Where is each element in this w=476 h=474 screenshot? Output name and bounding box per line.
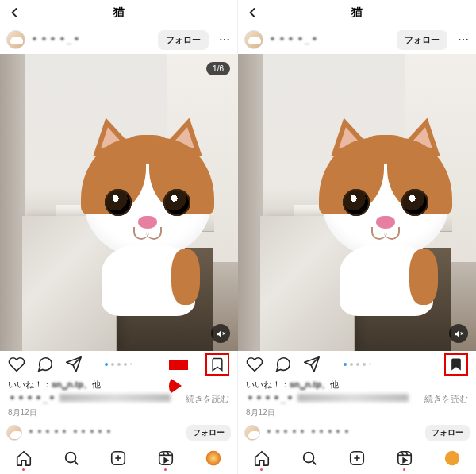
svg-point-7 xyxy=(65,452,75,462)
speaker-mute-icon xyxy=(216,329,226,339)
svg-point-26 xyxy=(304,452,314,462)
speaker-mute-icon xyxy=(454,329,464,339)
notification-dot-icon xyxy=(22,468,25,471)
next-follow-button[interactable]: フォロー xyxy=(425,425,470,441)
svg-line-8 xyxy=(75,461,78,464)
read-more-link[interactable]: 続きを読む xyxy=(424,393,468,405)
more-options-button[interactable] xyxy=(457,33,470,46)
back-button[interactable] xyxy=(244,5,260,21)
svg-line-27 xyxy=(313,461,316,464)
mute-button[interactable] xyxy=(449,324,468,343)
svg-point-21 xyxy=(466,39,468,40)
share-icon xyxy=(303,356,321,373)
svg-rect-31 xyxy=(398,451,412,464)
top-bar: 猫 xyxy=(238,0,476,25)
ellipsis-icon xyxy=(218,33,231,46)
author-username[interactable]: ＊＊＊＊_＊ xyxy=(30,34,81,46)
like-button[interactable] xyxy=(246,356,263,373)
carousel-counter: 1/6 xyxy=(206,62,230,75)
cat-image xyxy=(84,118,211,300)
next-author-avatar[interactable] xyxy=(6,425,22,441)
post-date: 8月12日 xyxy=(238,407,476,422)
svg-point-0 xyxy=(220,39,221,40)
search-icon xyxy=(63,449,80,467)
page-title: 猫 xyxy=(113,6,125,20)
nav-reels[interactable] xyxy=(157,449,175,467)
svg-marker-16 xyxy=(164,458,168,463)
mute-button[interactable] xyxy=(211,324,230,343)
next-post-author-row: ＊＊＊＊＊ ＊＊＊＊＊ フォロー xyxy=(0,422,237,442)
nav-search[interactable] xyxy=(301,449,318,467)
author-avatar[interactable] xyxy=(6,30,25,49)
post-author-row: ＊＊＊＊_＊ フォロー xyxy=(238,25,476,54)
comment-button[interactable] xyxy=(274,356,292,373)
svg-point-20 xyxy=(463,39,464,40)
nav-profile[interactable] xyxy=(443,449,461,467)
share-icon xyxy=(65,356,83,373)
share-button[interactable] xyxy=(65,356,83,373)
bookmark-filled-icon xyxy=(448,356,464,372)
home-icon xyxy=(15,449,33,467)
nav-home[interactable] xyxy=(253,449,271,467)
next-author-avatar[interactable] xyxy=(244,425,260,441)
plus-square-icon xyxy=(348,449,366,467)
post-actions xyxy=(238,351,476,378)
next-follow-button[interactable]: フォロー xyxy=(186,425,231,441)
bookmark-button[interactable] xyxy=(205,353,229,376)
top-bar: 猫 xyxy=(0,0,237,25)
post-media[interactable] xyxy=(238,54,476,351)
post-date: 8月12日 xyxy=(0,407,237,422)
chevron-left-icon xyxy=(244,5,260,21)
reels-icon xyxy=(157,449,175,467)
notification-dot-icon xyxy=(164,468,167,471)
back-button[interactable] xyxy=(6,5,22,21)
caption-username: ＊＊＊＊_＊ xyxy=(8,393,56,405)
heart-icon xyxy=(246,356,263,373)
like-button[interactable] xyxy=(8,356,25,373)
nav-profile[interactable] xyxy=(205,449,222,467)
nav-create[interactable] xyxy=(109,449,127,467)
next-author-username[interactable]: ＊＊＊＊＊ ＊＊＊＊＊ xyxy=(265,427,351,438)
follow-button[interactable]: フォロー xyxy=(158,30,209,50)
svg-point-2 xyxy=(228,39,229,40)
nav-reels[interactable] xyxy=(396,449,413,467)
profile-avatar-icon xyxy=(443,449,461,467)
screenshot-right: 猫 ＊＊＊＊_＊ フォロー xyxy=(238,0,476,474)
caption-row[interactable]: ＊＊＊＊_＊ 続きを読む xyxy=(0,391,237,407)
nav-home[interactable] xyxy=(15,449,33,467)
screenshot-left: 猫 ＊＊＊＊_＊ フォロー 1/6 xyxy=(0,0,238,474)
next-author-username[interactable]: ＊＊＊＊＊ ＊＊＊＊＊ xyxy=(27,427,113,438)
share-button[interactable] xyxy=(303,356,321,373)
svg-rect-12 xyxy=(159,451,173,464)
comment-icon xyxy=(274,356,292,373)
caption-row[interactable]: ＊＊＊＊_＊ 続きを読む xyxy=(238,391,476,407)
likes-text[interactable]: いいね！：sn␣n.tp、他 xyxy=(238,378,476,391)
bookmark-button-saved[interactable] xyxy=(444,353,468,376)
author-avatar[interactable] xyxy=(244,30,263,49)
svg-point-19 xyxy=(459,39,460,40)
page-title: 猫 xyxy=(351,6,363,20)
search-icon xyxy=(301,449,318,467)
comment-icon xyxy=(36,356,54,373)
svg-point-18 xyxy=(206,450,221,464)
post-media[interactable]: 1/6 xyxy=(0,54,238,351)
author-username[interactable]: ＊＊＊＊_＊ xyxy=(268,34,319,46)
notification-dot-icon xyxy=(260,468,263,471)
read-more-link[interactable]: 続きを読む xyxy=(186,393,229,405)
caption-text xyxy=(298,394,409,402)
carousel-indicator xyxy=(238,363,476,366)
more-options-button[interactable] xyxy=(218,33,231,46)
svg-point-36 xyxy=(445,450,459,464)
cat-image xyxy=(322,118,449,300)
annotation-arrow xyxy=(169,356,201,374)
home-icon xyxy=(253,449,271,467)
caption-username: ＊＊＊＊_＊ xyxy=(246,393,294,405)
follow-button[interactable]: フォロー xyxy=(397,30,447,50)
comment-button[interactable] xyxy=(36,356,54,373)
carousel-indicator xyxy=(0,363,237,366)
post-actions xyxy=(0,351,237,378)
nav-create[interactable] xyxy=(348,449,366,467)
likes-text[interactable]: いいね！：sn␣n.tp、他 xyxy=(0,378,237,391)
next-post-author-row: ＊＊＊＊＊ ＊＊＊＊＊ フォロー xyxy=(238,422,476,442)
nav-search[interactable] xyxy=(63,449,80,467)
